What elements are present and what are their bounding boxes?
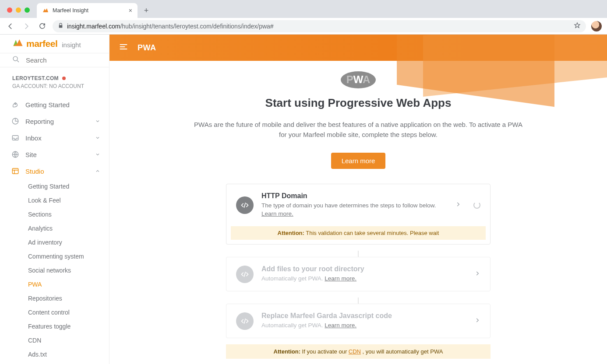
step-subtitle: Automatically get PWA. Learn more. [261,275,466,283]
code-icon [236,266,254,283]
maximize-window[interactable] [25,7,30,13]
favicon-icon [42,7,49,14]
new-tab-button[interactable]: + [140,4,152,17]
back-button[interactable] [5,21,16,32]
layout-icon [11,167,19,175]
logo-mark-icon [12,37,24,50]
menu-icon[interactable] [119,42,128,53]
hero-bar: PWA [109,35,607,61]
code-icon [236,312,254,330]
logo[interactable]: marfeel insight [0,35,109,53]
logo-word: marfeel [26,38,57,49]
step-warning: Attention: This validation can take seve… [231,226,486,240]
minimize-window[interactable] [16,7,21,13]
account-ga: GA ACCOUNT: NO ACCOUNT [12,83,100,89]
chevron-up-icon [95,168,100,175]
account-block: LEROYTEST.COM GA ACCOUNT: NO ACCOUNT [0,67,109,94]
subnav-sections[interactable]: Sections [28,207,109,221]
step-http-domain[interactable]: HTTP Domain The type of domain you have … [226,184,491,245]
page-description: PWAs are the future of mobile and delive… [192,119,525,140]
sidebar-item-studio[interactable]: Studio [0,163,109,179]
subnav-social-networks[interactable]: Social networks [28,263,109,277]
studio-subnav: Getting Started Look & Feel Sections Ana… [0,179,109,361]
address-bar[interactable]: insight.marfeel.com/hub/insight/tenants/… [53,20,586,32]
learn-more-link[interactable]: Learn more. [261,210,293,217]
step-subtitle: The type of domain you have determines t… [261,202,447,218]
subnav-cdn[interactable]: CDN [28,333,109,347]
search-input[interactable] [26,56,100,64]
svg-rect-4 [12,168,18,174]
learn-more-link[interactable]: Learn more. [325,322,356,329]
rocket-icon [11,101,19,108]
step-title: HTTP Domain [261,192,447,200]
bookmark-icon[interactable] [574,22,581,30]
browser-tab[interactable]: Marfeel Insight × [37,3,138,18]
forward-button[interactable] [21,21,32,32]
chevron-right-icon [474,317,480,325]
close-window[interactable] [7,7,12,13]
subnav-ad-inventory[interactable]: Ad inventory [28,235,109,249]
step-add-files[interactable]: Add files to your root directory Automat… [226,257,491,291]
lock-icon [58,23,64,30]
profile-avatar[interactable] [591,21,602,32]
learn-more-button[interactable]: Learn more [331,153,386,169]
step-subtitle: Automatically get PWA. Learn more. [261,322,466,330]
tab-close-icon[interactable]: × [129,7,132,14]
pwa-badge-icon: PWA [341,71,376,88]
chevron-right-icon [455,201,461,209]
sidebar-item-site[interactable]: Site [0,146,109,163]
subnav-features-toggle[interactable]: Features toggle [28,319,109,333]
sidebar: marfeel insight LEROYTEST.COM GA ACCOUNT… [0,35,109,364]
page-title: Start using Progressive Web Apps [265,96,452,110]
sidebar-item-reporting[interactable]: Reporting [0,113,109,130]
sidebar-item-inbox[interactable]: Inbox [0,130,109,146]
subnav-ads-txt[interactable]: Ads.txt [28,347,109,361]
window-controls [4,7,33,18]
chevron-down-icon [95,118,100,125]
main: PWA PWA Start using Progressive Web Apps… [109,35,607,364]
search-icon [12,56,20,65]
subnav-repositories[interactable]: Repositories [28,291,109,305]
status-dot-icon [62,77,66,80]
url-text: insight.marfeel.com/hub/insight/tenants/… [67,23,274,30]
chevron-down-icon [95,134,100,142]
step-connector [358,298,359,304]
step-title: Replace Marfeel Garda Javascript code [261,312,466,320]
subnav-look-and-feel[interactable]: Look & Feel [28,193,109,207]
reload-button[interactable] [37,21,47,32]
sidebar-item-getting-started[interactable]: Getting Started [0,96,109,113]
cdn-link[interactable]: CDN [349,348,361,355]
inbox-icon [11,134,19,142]
chevron-down-icon [95,151,100,158]
cdn-warning: Attention: If you activate our CDN , you… [226,344,491,359]
browser-chrome: Marfeel Insight × + insight.marfeel.com/… [0,0,607,35]
learn-more-link[interactable]: Learn more. [325,275,356,282]
search-row[interactable] [0,53,109,67]
subnav-pwa[interactable]: PWA [28,277,109,291]
account-domain: LEROYTEST.COM [12,75,59,81]
subnav-getting-started[interactable]: Getting Started [28,179,109,193]
logo-sub: insight [62,41,81,49]
globe-icon [11,150,19,158]
step-replace-js[interactable]: Replace Marfeel Garda Javascript code Au… [226,304,491,338]
step-connector [358,251,359,257]
step-title: Add files to your root directory [261,265,466,273]
svg-point-0 [13,56,18,61]
subnav-analytics[interactable]: Analytics [28,221,109,235]
tab-title: Marfeel Insight [53,7,125,14]
pie-icon [11,117,19,125]
code-icon [236,196,254,214]
subnav-commenting-system[interactable]: Commenting system [28,249,109,263]
page-header-title: PWA [138,43,156,52]
chevron-right-icon [474,270,480,278]
subnav-content-control[interactable]: Content control [28,305,109,319]
loading-spinner-icon [473,202,480,209]
